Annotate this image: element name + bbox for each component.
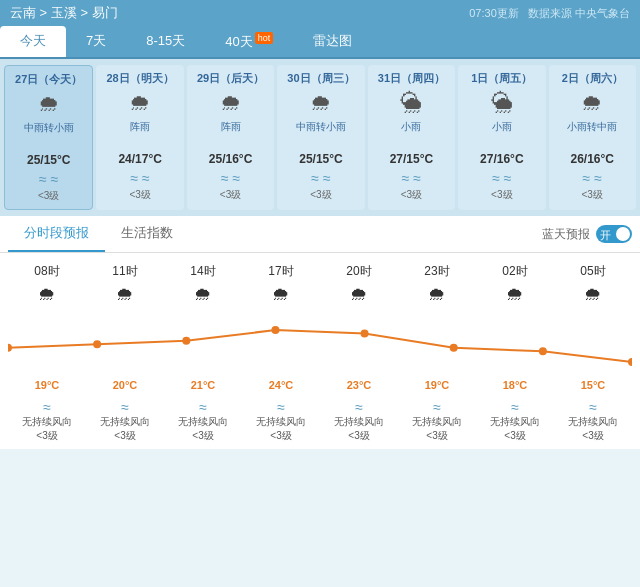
day-card-2[interactable]: 29日（后天） 🌧 阵雨 25/16°C ≈ ≈ <3级 <box>187 65 274 210</box>
forecast-container: 27日（今天） 🌧 中雨转小雨 25/15°C ≈ ≈ <3级 28日（明天） … <box>0 59 640 216</box>
wind-sym-icon: ≈ <box>476 399 554 415</box>
toggle-switch[interactable]: 开 <box>596 225 632 243</box>
day-date: 2日（周六） <box>551 71 634 86</box>
tab-40day[interactable]: 40天hot <box>205 26 293 57</box>
day-wind-level: <3级 <box>370 188 453 202</box>
wind-level: <3级 <box>164 429 242 443</box>
hourly-temp-1: 20°C <box>86 379 164 391</box>
blue-forecast-toggle[interactable]: 蓝天预报 开 <box>542 225 632 243</box>
hourly-time: 17时 <box>242 263 320 280</box>
hourly-temp-0: 19°C <box>8 379 86 391</box>
wind-level: <3级 <box>8 429 86 443</box>
day-weather-icon: 🌧 <box>551 90 634 116</box>
main-tabs: 今天 7天 8-15天 40天hot 雷达图 <box>0 26 640 59</box>
tab-8-15[interactable]: 8-15天 <box>126 26 205 57</box>
wind-direction: 无持续风向 <box>476 415 554 429</box>
svg-point-5 <box>450 344 458 352</box>
hourly-icon: 🌧 <box>164 284 242 305</box>
toggle-on-label: 开 <box>600 228 611 243</box>
hourly-temp-5: 19°C <box>398 379 476 391</box>
hourly-icon: 🌧 <box>476 284 554 305</box>
day-card-0[interactable]: 27日（今天） 🌧 中雨转小雨 25/15°C ≈ ≈ <3级 <box>4 65 93 210</box>
svg-point-1 <box>93 341 101 349</box>
wind-level: <3级 <box>242 429 320 443</box>
svg-point-3 <box>271 326 279 334</box>
sub-tabs-bar: 分时段预报 生活指数 蓝天预报 开 <box>0 216 640 253</box>
hourly-time: 14时 <box>164 263 242 280</box>
wind-direction: 无持续风向 <box>320 415 398 429</box>
hourly-wind-0: ≈ 无持续风向 <3级 <box>8 399 86 443</box>
hourly-time: 02时 <box>476 263 554 280</box>
day-wind-sym: ≈ ≈ <box>370 170 453 186</box>
hourly-temp-6: 18°C <box>476 379 554 391</box>
wind-sym-icon: ≈ <box>554 399 632 415</box>
day-card-3[interactable]: 30日（周三） 🌧 中雨转小雨 25/15°C ≈ ≈ <3级 <box>277 65 364 210</box>
day-date: 27日（今天） <box>7 72 90 87</box>
hourly-wind-1: ≈ 无持续风向 <3级 <box>86 399 164 443</box>
day-temp: 27/15°C <box>370 152 453 166</box>
temp-chart <box>8 315 632 375</box>
hourly-icon: 🌧 <box>8 284 86 305</box>
wind-sym-icon: ≈ <box>86 399 164 415</box>
breadcrumb-text: 云南 > 玉溪 > 易门 <box>10 4 118 22</box>
wind-direction: 无持续风向 <box>554 415 632 429</box>
day-date: 28日（明天） <box>98 71 181 86</box>
wind-direction: 无持续风向 <box>164 415 242 429</box>
svg-point-4 <box>361 330 369 338</box>
tab-7day[interactable]: 7天 <box>66 26 126 57</box>
tab-today[interactable]: 今天 <box>0 26 66 57</box>
day-weather-icon: 🌦 <box>370 90 453 116</box>
day-date: 30日（周三） <box>279 71 362 86</box>
wind-level: <3级 <box>86 429 164 443</box>
day-temp: 25/15°C <box>279 152 362 166</box>
day-temp: 25/16°C <box>189 152 272 166</box>
hourly-temp-2: 21°C <box>164 379 242 391</box>
blue-forecast-label: 蓝天预报 <box>542 226 590 243</box>
hourly-item-4: 20时 🌧 <box>320 263 398 309</box>
sub-tab-life[interactable]: 生活指数 <box>105 216 189 252</box>
wind-level: <3级 <box>398 429 476 443</box>
svg-point-7 <box>628 358 632 366</box>
hourly-item-0: 08时 🌧 <box>8 263 86 309</box>
day-wind-level: <3级 <box>460 188 543 202</box>
breadcrumb: 云南 > 玉溪 > 易门 <box>10 4 118 22</box>
wind-direction: 无持续风向 <box>398 415 476 429</box>
day-weather-icon: 🌧 <box>7 91 90 117</box>
hourly-item-3: 17时 🌧 <box>242 263 320 309</box>
day-card-4[interactable]: 31日（周四） 🌦 小雨 27/15°C ≈ ≈ <3级 <box>368 65 455 210</box>
sub-tab-hourly[interactable]: 分时段预报 <box>8 216 105 252</box>
hourly-wind-5: ≈ 无持续风向 <3级 <box>398 399 476 443</box>
svg-point-2 <box>182 337 190 345</box>
temp-line-chart <box>8 315 632 375</box>
hourly-icon: 🌧 <box>398 284 476 305</box>
day-wind-level: <3级 <box>551 188 634 202</box>
toggle-knob <box>616 227 630 241</box>
hourly-temp-4: 23°C <box>320 379 398 391</box>
day-wind-sym: ≈ ≈ <box>98 170 181 186</box>
hourly-icon: 🌧 <box>242 284 320 305</box>
day-card-5[interactable]: 1日（周五） 🌦 小雨 27/16°C ≈ ≈ <3级 <box>458 65 545 210</box>
day-desc: 小雨 <box>460 120 543 148</box>
wind-level: <3级 <box>320 429 398 443</box>
hourly-item-7: 05时 🌧 <box>554 263 632 309</box>
hourly-temp-7: 15°C <box>554 379 632 391</box>
hourly-item-5: 23时 🌧 <box>398 263 476 309</box>
wind-sym-icon: ≈ <box>242 399 320 415</box>
hourly-wind-6: ≈ 无持续风向 <3级 <box>476 399 554 443</box>
hourly-wind-3: ≈ 无持续风向 <3级 <box>242 399 320 443</box>
hourly-icon: 🌧 <box>554 284 632 305</box>
day-card-1[interactable]: 28日（明天） 🌧 阵雨 24/17°C ≈ ≈ <3级 <box>96 65 183 210</box>
hourly-item-1: 11时 🌧 <box>86 263 164 309</box>
wind-direction: 无持续风向 <box>242 415 320 429</box>
day-wind-sym: ≈ ≈ <box>460 170 543 186</box>
hourly-times-row: 08时 🌧 11时 🌧 14时 🌧 17时 🌧 20时 🌧 23时 🌧 02时 … <box>8 263 632 309</box>
day-wind-sym: ≈ ≈ <box>551 170 634 186</box>
wind-level: <3级 <box>554 429 632 443</box>
day-weather-icon: 🌧 <box>279 90 362 116</box>
day-card-6[interactable]: 2日（周六） 🌧 小雨转中雨 26/16°C ≈ ≈ <3级 <box>549 65 636 210</box>
hourly-icon: 🌧 <box>86 284 164 305</box>
update-info: 07:30更新 数据来源 中央气象台 <box>469 6 630 21</box>
hourly-time: 20时 <box>320 263 398 280</box>
tab-radar[interactable]: 雷达图 <box>293 26 372 57</box>
hourly-temps-row: 19°C20°C21°C24°C23°C19°C18°C15°C <box>8 379 632 391</box>
